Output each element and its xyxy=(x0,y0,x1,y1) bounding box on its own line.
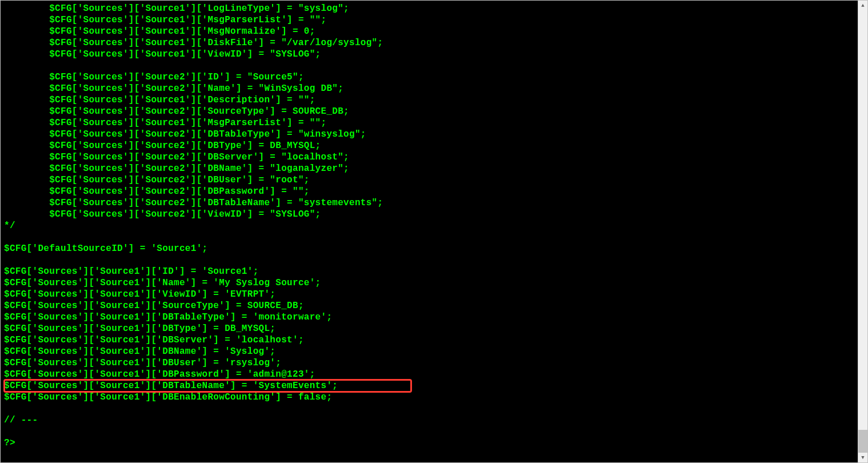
vertical-scrollbar[interactable]: ▲ ▼ xyxy=(858,1,867,462)
code-line: $CFG['Sources']['Source2']['DBTableType'… xyxy=(4,129,854,140)
code-line: $CFG['Sources']['Source2']['Name'] = "Wi… xyxy=(4,83,854,94)
code-line: $CFG['DefaultSourceID'] = 'Source1'; xyxy=(4,243,854,254)
code-line: $CFG['Sources']['Source2']['DBPassword']… xyxy=(4,186,854,197)
code-line: */ xyxy=(4,220,854,232)
code-line: $CFG['Sources']['Source1']['Name'] = 'My… xyxy=(4,277,854,289)
code-line: $CFG['Sources']['Source1']['DBTableName'… xyxy=(4,380,854,392)
code-line: $CFG['Sources']['Source1']['DBName'] = '… xyxy=(4,346,854,357)
code-line: $CFG['Sources']['Source1']['ID'] = 'Sour… xyxy=(4,266,854,277)
terminal-window: $CFG['Sources']['Source1']['LogLineType'… xyxy=(0,0,868,463)
code-line: $CFG['Sources']['Source1']['ViewID'] = '… xyxy=(4,289,854,300)
code-line: $CFG['Sources']['Source1']['DBUser'] = '… xyxy=(4,357,854,369)
terminal-content[interactable]: $CFG['Sources']['Source1']['LogLineType'… xyxy=(1,1,858,462)
code-line: $CFG['Sources']['Source2']['ViewID'] = "… xyxy=(4,209,854,220)
code-line: $CFG['Sources']['Source1']['MsgParserLis… xyxy=(4,14,854,26)
code-line: $CFG['Sources']['Source1']['DBServer'] =… xyxy=(4,334,854,346)
code-line: $CFG['Sources']['Source2']['SourceType']… xyxy=(4,106,854,117)
code-line xyxy=(4,60,854,71)
code-line: $CFG['Sources']['Source1']['Description'… xyxy=(4,94,854,106)
code-line: $CFG['Sources']['Source1']['DBPassword']… xyxy=(4,369,854,380)
code-line: $CFG['Sources']['Source1']['MsgParserLis… xyxy=(4,117,854,129)
code-line: $CFG['Sources']['Source1']['DBType'] = D… xyxy=(4,323,854,334)
scroll-down-arrow[interactable]: ▼ xyxy=(858,453,867,462)
code-line: ?> xyxy=(4,437,854,449)
code-line: $CFG['Sources']['Source1']['DiskFile'] =… xyxy=(4,37,854,49)
code-line xyxy=(4,403,854,414)
code-line: $CFG['Sources']['Source1']['DBTableType'… xyxy=(4,312,854,323)
chevron-up-icon: ▲ xyxy=(861,0,864,11)
code-line: $CFG['Sources']['Source2']['DBName'] = "… xyxy=(4,163,854,174)
scroll-thumb[interactable] xyxy=(858,430,867,453)
code-line: $CFG['Sources']['Source1']['MsgNormalize… xyxy=(4,26,854,37)
scroll-track[interactable] xyxy=(858,10,867,453)
code-line: $CFG['Sources']['Source2']['DBTableName'… xyxy=(4,197,854,209)
code-line: $CFG['Sources']['Source1']['DBEnableRowC… xyxy=(4,392,854,403)
code-line: $CFG['Sources']['Source1']['LogLineType'… xyxy=(4,3,854,14)
code-line xyxy=(4,254,854,266)
code-line: $CFG['Sources']['Source1']['ViewID'] = "… xyxy=(4,49,854,60)
code-line xyxy=(4,426,854,437)
code-line: $CFG['Sources']['Source1']['SourceType']… xyxy=(4,300,854,312)
code-line: // --- xyxy=(4,414,854,426)
chevron-down-icon: ▼ xyxy=(861,452,864,464)
code-line: $CFG['Sources']['Source2']['DBUser'] = "… xyxy=(4,174,854,186)
scroll-up-arrow[interactable]: ▲ xyxy=(858,1,867,10)
code-line: $CFG['Sources']['Source2']['DBServer'] =… xyxy=(4,151,854,163)
code-line: $CFG['Sources']['Source2']['DBType'] = D… xyxy=(4,140,854,151)
code-line: $CFG['Sources']['Source2']['ID'] = "Sour… xyxy=(4,71,854,83)
code-line xyxy=(4,232,854,243)
